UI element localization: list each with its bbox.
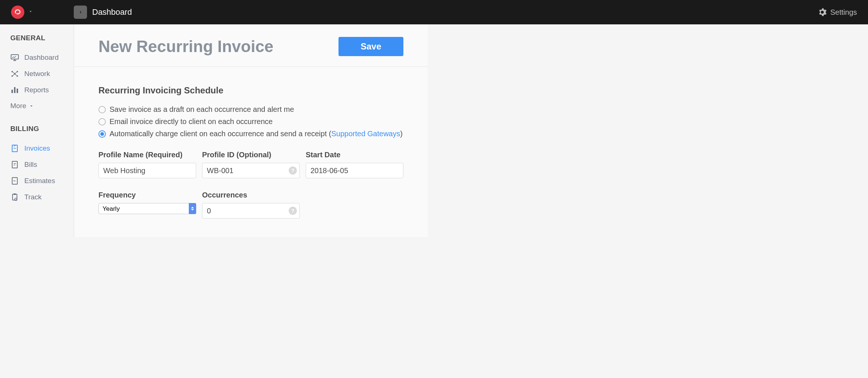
- radio-email[interactable]: [98, 118, 106, 126]
- profile-name-label: Profile Name (Required): [98, 151, 196, 159]
- monitor-icon: [10, 53, 19, 62]
- clipboard-icon: [10, 193, 19, 202]
- content: Recurring Invoicing Schedule Save invoic…: [74, 67, 428, 237]
- svg-rect-6: [11, 90, 13, 93]
- logo-caret-icon[interactable]: [28, 9, 33, 16]
- radio-draft[interactable]: [98, 106, 106, 113]
- invoice-icon: [10, 144, 19, 153]
- radio-label-draft: Save invoice as a draft on each occurren…: [110, 105, 294, 114]
- help-icon[interactable]: ?: [289, 207, 297, 215]
- frequency-label: Frequency: [98, 191, 196, 199]
- back-button[interactable]: [74, 6, 87, 19]
- sidebar-item-label: Bills: [24, 161, 37, 169]
- sidebar-item-track[interactable]: Track: [10, 189, 74, 205]
- radio-label-email: Email invoice directly to client on each…: [110, 117, 272, 126]
- radio-row-charge[interactable]: Automatically charge client on each occu…: [98, 130, 403, 138]
- breadcrumb-label[interactable]: Dashboard: [92, 7, 132, 17]
- logo-swirl-icon: [14, 8, 21, 16]
- bar-chart-icon: [10, 86, 19, 94]
- svg-rect-7: [14, 87, 15, 93]
- bill-icon: [10, 160, 19, 169]
- topbar: Dashboard Settings: [0, 0, 868, 24]
- breadcrumb-area: Dashboard: [74, 6, 132, 19]
- sidebar-item-network[interactable]: Network: [10, 66, 74, 82]
- svg-rect-13: [14, 193, 16, 195]
- sidebar-item-label: Track: [24, 193, 42, 201]
- start-date-input[interactable]: [306, 163, 403, 178]
- sidebar-item-bills[interactable]: Bills: [10, 157, 74, 173]
- page-title: New Recurring Invoice: [98, 37, 273, 56]
- radio-row-email[interactable]: Email invoice directly to client on each…: [98, 117, 403, 126]
- network-icon: [10, 69, 19, 78]
- sidebar-item-label: Network: [24, 70, 50, 78]
- sidebar-item-label: Reports: [24, 86, 49, 94]
- sidebar-item-dashboard[interactable]: Dashboard: [10, 49, 74, 66]
- sidebar-item-label: Estimates: [24, 177, 55, 185]
- settings-button[interactable]: Settings: [818, 8, 857, 17]
- start-date-label: Start Date: [306, 151, 403, 159]
- section-title-schedule: Recurring Invoicing Schedule: [98, 85, 403, 96]
- sidebar-item-label: Invoices: [24, 144, 50, 152]
- radio-charge[interactable]: [98, 130, 106, 138]
- sidebar-item-invoices[interactable]: Invoices: [10, 140, 74, 157]
- frequency-select[interactable]: Yearly: [98, 203, 196, 214]
- occurrences-label: Occurrences: [202, 191, 300, 199]
- sidebar-more[interactable]: More: [10, 98, 74, 110]
- sidebar-item-estimates[interactable]: Estimates: [10, 173, 74, 189]
- page-header: New Recurring Invoice Save: [74, 24, 428, 67]
- sidebar-item-label: Dashboard: [24, 54, 59, 62]
- radio-charge-text-pre: Automatically charge client on each occu…: [110, 130, 331, 138]
- main-panel: New Recurring Invoice Save Recurring Inv…: [74, 24, 428, 237]
- radio-label-charge: Automatically charge client on each occu…: [110, 130, 403, 138]
- radio-row-draft[interactable]: Save invoice as a draft on each occurren…: [98, 105, 403, 114]
- sidebar: GENERAL Dashboard Network Reports More B…: [0, 24, 74, 237]
- sidebar-more-label: More: [10, 102, 26, 110]
- help-icon[interactable]: ?: [289, 166, 297, 175]
- logo-area: [11, 6, 74, 19]
- profile-id-label: Profile ID (Optional): [202, 151, 300, 159]
- gear-icon: [818, 8, 827, 17]
- svg-rect-8: [17, 89, 18, 93]
- settings-label: Settings: [830, 8, 857, 17]
- sidebar-item-reports[interactable]: Reports: [10, 82, 74, 98]
- profile-name-input[interactable]: [98, 163, 196, 178]
- chevron-down-icon: [28, 103, 34, 109]
- sidebar-heading-billing: BILLING: [10, 125, 74, 133]
- radio-charge-text-post: ): [400, 130, 403, 138]
- sidebar-heading-general: GENERAL: [10, 34, 74, 42]
- app-logo[interactable]: [11, 6, 24, 19]
- supported-gateways-link[interactable]: Supported Gateways: [331, 130, 400, 138]
- estimate-icon: [10, 176, 19, 185]
- occurrences-input[interactable]: [202, 203, 300, 219]
- chevron-left-icon: [77, 9, 83, 15]
- profile-id-input[interactable]: [202, 163, 300, 178]
- svg-rect-10: [12, 161, 17, 168]
- save-button[interactable]: Save: [338, 37, 403, 56]
